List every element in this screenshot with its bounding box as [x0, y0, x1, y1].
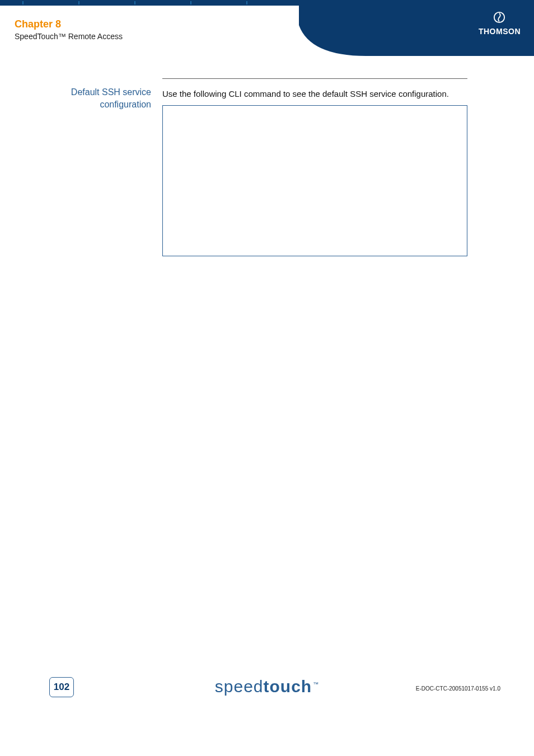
- body-text: Use the following CLI command to see the…: [162, 88, 467, 100]
- thomson-logo: THOMSON: [479, 11, 521, 36]
- chapter-title: Chapter 8: [15, 18, 123, 30]
- chapter-block: Chapter 8 SpeedTouch™ Remote Access: [15, 18, 123, 41]
- side-heading: Default SSH service configuration: [34, 86, 151, 111]
- page-header: Chapter 8 SpeedTouch™ Remote Access THOM…: [0, 0, 534, 56]
- brand-bold: touch: [264, 677, 312, 696]
- brand-wordmark: speedtouch™: [215, 677, 319, 696]
- page-number-box: 102: [49, 677, 74, 697]
- document-id: E-DOC-CTC-20051017-0155 v1.0: [416, 685, 500, 692]
- thomson-mark-icon: [493, 11, 505, 24]
- brand-trademark: ™: [313, 681, 319, 687]
- page-footer: 102 speedtouch™ E-DOC-CTC-20051017-0155 …: [0, 664, 534, 697]
- cli-output-box: [162, 105, 467, 256]
- brand-light: speed: [215, 677, 264, 696]
- chapter-subtitle: SpeedTouch™ Remote Access: [15, 31, 123, 41]
- page-number: 102: [54, 682, 69, 693]
- vendor-name: THOMSON: [479, 27, 521, 36]
- document-page: Chapter 8 SpeedTouch™ Remote Access THOM…: [0, 0, 534, 756]
- section-rule: [162, 78, 467, 79]
